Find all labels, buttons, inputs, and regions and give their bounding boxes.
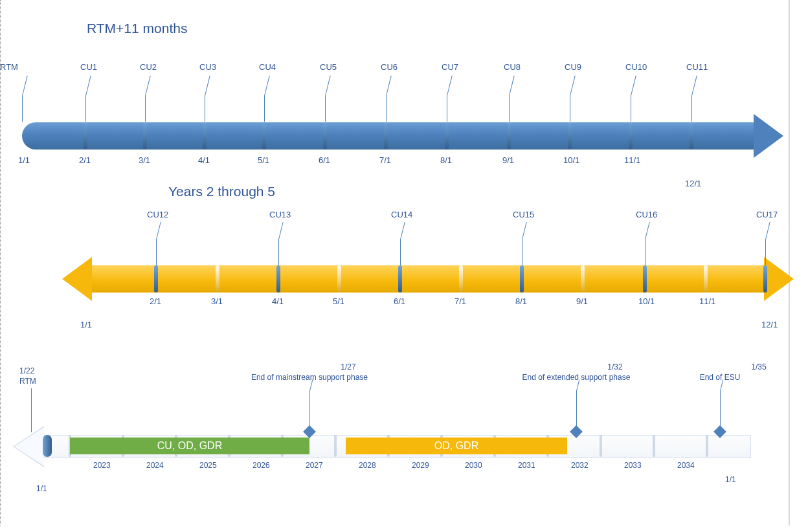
tl3-milestone-text: End of extended support phase	[511, 373, 641, 382]
timeline-2-arrowhead-left-icon	[62, 257, 92, 301]
tl1-bottom-label: 8/1	[440, 155, 452, 165]
tl1-callout-slant	[85, 76, 91, 96]
tl1-segment	[323, 122, 327, 150]
tl1-top-label: CU5	[320, 62, 337, 72]
tl1-callout-line	[205, 96, 205, 122]
tl1-top-label: RTM	[0, 62, 18, 72]
tl1-callout-slant	[570, 76, 576, 96]
tl3-year-label: 2023	[93, 461, 111, 470]
timeline-3-arrowhead-left-icon	[14, 427, 44, 466]
tl1-bottom-label: 12/1	[685, 179, 701, 188]
left-dotted-edge	[0, 0, 1, 526]
tl2-callout-line	[645, 239, 645, 265]
timeline-2-arrowhead-right-icon	[764, 257, 794, 301]
tl1-segment	[84, 122, 87, 150]
tl1-callout-line	[325, 96, 326, 122]
tl2-bottom-label: 3/1	[211, 296, 223, 306]
tl1-top-label: CU3	[199, 62, 216, 72]
tl1-callout-line	[145, 96, 146, 122]
tl3-year-label: 2034	[677, 461, 695, 470]
tl2-segment	[520, 265, 524, 293]
tl2-segment	[154, 265, 158, 293]
tl3-milestone-date: 1/27	[284, 362, 413, 371]
tl3-year-label: 2029	[412, 461, 429, 470]
tl1-segment	[384, 122, 388, 150]
tl2-segment	[643, 265, 647, 293]
tl1-bottom-label: 1/1	[18, 155, 30, 165]
tl1-bottom-label: 7/1	[379, 155, 391, 165]
tl1-top-label: CU2	[140, 62, 157, 72]
tl3-segment	[653, 435, 655, 457]
tl2-callout-line	[156, 239, 157, 265]
tl3-year-label: 2032	[571, 461, 589, 470]
tl2-segment	[459, 265, 463, 293]
tl1-callout-line	[22, 96, 23, 122]
tl2-bottom-label: 5/1	[333, 296, 344, 306]
tl2-callout-line	[522, 239, 522, 265]
timeline-1-bar	[22, 122, 756, 150]
tl2-segment	[704, 265, 708, 293]
tl1-top-label: CU7	[442, 62, 458, 72]
tl1-top-label: CU1	[80, 62, 97, 72]
tl2-top-label: CU16	[636, 210, 657, 219]
tl1-callout-line	[264, 96, 265, 122]
tl3-year-label: 2027	[306, 461, 323, 470]
tl1-segment	[690, 122, 693, 150]
tl1-callout-slant	[264, 76, 270, 96]
tl3-year-label: 2030	[465, 461, 482, 470]
tl2-segment	[216, 265, 219, 293]
tl2-segment	[337, 265, 341, 293]
tl2-bottom-label: 7/1	[454, 296, 466, 306]
tl2-bottom-label: 8/1	[515, 296, 527, 306]
diagram-canvas: { "titles": { "t1": "RTM+11 months", "t2…	[0, 0, 808, 532]
tl1-bottom-label: 3/1	[139, 155, 150, 165]
tl3-callout-line	[576, 391, 577, 427]
tl3-left-bottom: 1/1	[36, 484, 47, 493]
tl1-callout-slant	[325, 76, 331, 96]
tl3-segment	[334, 435, 337, 457]
tl2-callout-line	[278, 239, 279, 265]
tl1-bottom-label: 6/1	[319, 155, 330, 165]
tl1-segment	[445, 122, 449, 150]
tl3-milestone-date: 1/35	[694, 362, 808, 371]
tl3-year-label: 2028	[359, 461, 376, 470]
tl3-band-green: CU, OD, GDR	[70, 438, 309, 454]
tl1-top-label: CU8	[504, 62, 521, 72]
tl2-callout-slant	[645, 222, 650, 239]
tl1-callout-slant	[22, 76, 28, 96]
tl2-callout-slant	[278, 222, 284, 239]
tl1-top-label: CU10	[625, 62, 647, 72]
tl1-callout-slant	[386, 76, 392, 96]
tl2-left-bottom-label: 1/1	[80, 320, 92, 329]
tl2-callout-slant	[522, 222, 527, 239]
tl1-callout-line	[509, 96, 510, 122]
tl2-bottom-label: 6/1	[394, 296, 405, 306]
tl3-callout-line	[720, 391, 721, 427]
tl3-segment	[600, 435, 602, 457]
tl2-bottom-label: 11/1	[699, 296, 715, 306]
tl1-callout-line	[631, 96, 631, 122]
tl1-segment	[262, 122, 266, 150]
tl2-bottom-label: 9/1	[576, 296, 588, 306]
timeline-1-arrowhead-icon	[754, 114, 783, 158]
tl1-callout-slant	[691, 76, 697, 96]
tl1-segment	[203, 122, 207, 150]
tl2-segment	[763, 265, 767, 293]
tl1-callout-slant	[145, 76, 151, 96]
tl1-segment	[143, 122, 147, 150]
tl1-callout-slant	[509, 76, 515, 96]
tl3-segment	[706, 435, 708, 457]
tl2-segment	[398, 265, 402, 293]
tl1-bottom-label: 4/1	[198, 155, 210, 165]
tl2-top-label: CU12	[147, 210, 168, 219]
tl1-callout-line	[570, 96, 570, 122]
tl2-top-label: CU17	[756, 210, 778, 219]
timeline-3-start-cap	[43, 435, 52, 457]
tl1-segment	[507, 122, 511, 150]
tl1-callout-line	[691, 96, 692, 122]
tl1-top-label: CU11	[686, 62, 708, 72]
tl3-year-label: 2031	[518, 461, 535, 470]
tl3-year-label: 2025	[199, 461, 217, 470]
tl1-top-label: CU4	[259, 62, 276, 72]
title-years-2-5: Years 2 through 5	[168, 184, 275, 199]
